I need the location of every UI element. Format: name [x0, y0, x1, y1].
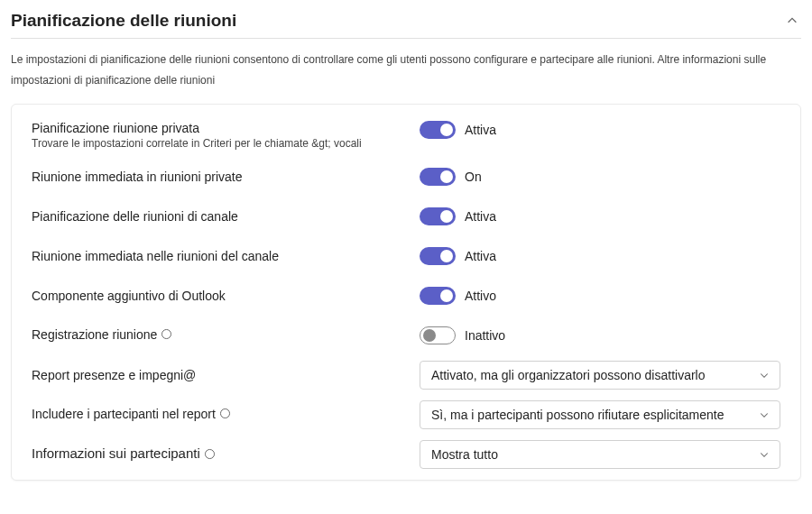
info-icon[interactable] — [161, 328, 172, 343]
channel-scheduling-state: Attiva — [465, 209, 496, 224]
engagement-report-select[interactable]: Attivato, ma gli organizzatori possono d… — [420, 361, 780, 390]
row-include-participants: Includere i partecipanti nel report Sì, … — [32, 395, 780, 435]
row-private-scheduling: Pianificazione riunione privata Trovare … — [32, 114, 780, 157]
participant-info-label: Informazioni sui partecipanti — [32, 445, 403, 463]
participant-info-label-text: Informazioni sui partecipanti — [32, 445, 200, 461]
row-meet-now-private: Riunione immediata in riunioni private O… — [32, 157, 780, 197]
at-icon: @ — [183, 368, 196, 382]
chevron-down-icon — [758, 448, 770, 461]
chevron-down-icon — [758, 369, 770, 381]
registration-label: Registrazione riunione — [32, 327, 403, 343]
include-participants-label: Includere i partecipanti nel report — [32, 407, 403, 422]
private-scheduling-state: Attiva — [465, 123, 496, 137]
row-outlook-addin: Componente aggiuntivo di Outlook Attivo — [32, 276, 780, 316]
svg-point-2 — [205, 449, 214, 458]
include-participants-label-text: Includere i partecipanti nel report — [32, 407, 216, 421]
include-participants-value: Sì, ma i partecipanti possono rifiutare … — [431, 408, 724, 422]
engagement-report-value: Attivato, ma gli organizzatori possono d… — [431, 368, 705, 382]
settings-card: Pianificazione riunione privata Trovare … — [11, 104, 801, 481]
channel-scheduling-label: Pianificazione delle riunioni di canale — [32, 209, 403, 224]
svg-point-1 — [220, 409, 229, 418]
collapse-chevron[interactable] — [783, 12, 801, 30]
engagement-report-label: Report presenze e impegni@ — [32, 368, 403, 382]
row-meet-now-channel: Riunione immediata nelle riunioni del ca… — [32, 236, 780, 276]
private-scheduling-toggle[interactable] — [420, 121, 456, 139]
include-participants-select[interactable]: Sì, ma i partecipanti possono rifiutare … — [420, 400, 780, 429]
outlook-addin-toggle[interactable] — [420, 287, 456, 305]
participant-info-select[interactable]: Mostra tutto — [420, 440, 780, 469]
row-participant-info: Informazioni sui partecipanti Mostra tut… — [32, 435, 780, 474]
chevron-down-icon — [758, 408, 770, 421]
info-icon[interactable] — [219, 408, 231, 422]
meet-now-channel-toggle[interactable] — [420, 247, 456, 265]
info-icon[interactable] — [204, 447, 216, 463]
row-channel-scheduling: Pianificazione delle riunioni di canale … — [32, 197, 780, 236]
meet-now-private-toggle[interactable] — [420, 168, 456, 186]
outlook-addin-label: Componente aggiuntivo di Outlook — [32, 289, 403, 303]
registration-toggle[interactable] — [420, 326, 456, 344]
row-engagement-report: Report presenze e impegni@ Attivato, ma … — [32, 355, 780, 395]
chevron-up-icon — [786, 14, 798, 27]
channel-scheduling-toggle[interactable] — [420, 207, 456, 225]
section-header: Pianificazione delle riunioni — [11, 7, 801, 39]
meet-now-private-state: On — [465, 170, 482, 184]
meet-now-channel-state: Attiva — [465, 249, 496, 263]
meet-now-private-label: Riunione immediata in riunioni private — [32, 170, 403, 184]
registration-label-text: Registrazione riunione — [32, 327, 157, 342]
private-scheduling-sublabel: Trovare le impostazioni correlate in Cri… — [32, 137, 403, 150]
engagement-report-label-text: Report presenze e impegni — [32, 368, 183, 382]
section-description: Le impostazioni di pianificazione delle … — [11, 50, 801, 91]
meet-now-channel-label: Riunione immediata nelle riunioni del ca… — [32, 249, 403, 263]
participant-info-value: Mostra tutto — [431, 447, 498, 462]
section-title: Pianificazione delle riunioni — [11, 11, 236, 31]
svg-point-0 — [162, 330, 171, 339]
row-registration: Registrazione riunione Inattivo — [32, 316, 780, 355]
outlook-addin-state: Attivo — [465, 289, 496, 303]
private-scheduling-label: Pianificazione riunione privata — [32, 121, 403, 135]
registration-state: Inattivo — [465, 328, 505, 343]
